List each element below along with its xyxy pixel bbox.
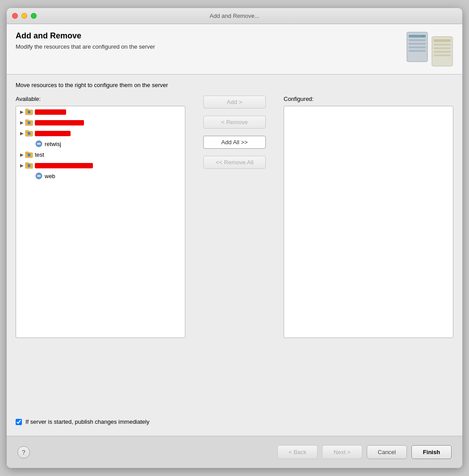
list-item[interactable]: ▶ [16, 106, 185, 117]
svg-point-29 [28, 164, 30, 167]
folder-icon [25, 161, 33, 169]
help-button[interactable]: ? [17, 446, 30, 459]
server-icon-left [406, 31, 428, 63]
svg-point-6 [422, 35, 424, 38]
footer: ? < Back Next > Cancel Finish [7, 436, 462, 468]
instruction-text: Move resources to the right to configure… [16, 82, 453, 88]
list-item[interactable]: ▶ [16, 128, 185, 138]
expand-arrow-icon[interactable]: ▶ [19, 119, 25, 125]
publish-checkbox-area: If server is started, publish changes im… [16, 413, 453, 429]
remove-button[interactable]: < Remove [203, 116, 266, 129]
maximize-button[interactable] [31, 13, 37, 19]
page-subtitle: Modify the resources that are configured… [16, 43, 155, 50]
finish-button[interactable]: Finish [411, 445, 452, 459]
list-item[interactable]: ▶ [16, 160, 185, 171]
configured-section: Configured: [284, 96, 453, 338]
folder-icon [25, 129, 33, 137]
main-window: Add and Remove... Add and Remove Modify … [7, 8, 462, 468]
svg-rect-28 [25, 163, 29, 164]
svg-rect-4 [409, 46, 426, 48]
add-all-button[interactable]: Add All >> [203, 136, 266, 149]
available-list[interactable]: ▶ ▶ [16, 106, 185, 338]
expand-arrow-icon[interactable]: ▶ [19, 130, 25, 136]
list-item[interactable]: ▶ [16, 117, 185, 128]
svg-rect-12 [434, 54, 451, 56]
svg-rect-17 [25, 120, 29, 121]
window-title: Add and Remove... [209, 13, 259, 19]
spacer [29, 173, 35, 179]
list-item[interactable]: retwisj [16, 138, 185, 149]
svg-rect-20 [25, 130, 29, 132]
configured-label: Configured: [284, 96, 453, 102]
expand-arrow-icon[interactable]: ▶ [19, 151, 25, 158]
configured-list[interactable] [284, 106, 453, 338]
back-button[interactable]: < Back [277, 445, 318, 459]
main-content: Move resources to the right to configure… [7, 75, 462, 436]
publish-checkbox[interactable] [16, 419, 22, 425]
header-section: Add and Remove Modify the resources that… [7, 24, 462, 75]
svg-rect-10 [434, 47, 451, 49]
folder-icon [25, 150, 33, 159]
expand-arrow-icon[interactable]: ▶ [19, 162, 25, 168]
page-title: Add and Remove [16, 31, 155, 41]
svg-rect-23 [37, 143, 41, 145]
svg-rect-5 [409, 50, 426, 52]
item-label: retwisj [45, 141, 61, 147]
server-icon-right [431, 36, 453, 67]
svg-rect-31 [37, 175, 41, 177]
svg-point-26 [28, 154, 30, 156]
next-button[interactable]: Next > [322, 445, 362, 459]
item-label: test [35, 151, 44, 158]
item-label [35, 130, 71, 137]
close-button[interactable] [12, 13, 18, 19]
help-area: ? [17, 446, 30, 459]
list-item[interactable]: ▶ test [16, 149, 185, 160]
item-label [35, 119, 84, 126]
svg-point-18 [28, 121, 30, 124]
add-button[interactable]: Add > [203, 96, 266, 109]
minimize-button[interactable] [21, 13, 27, 19]
svg-rect-11 [434, 51, 451, 53]
svg-rect-25 [25, 152, 29, 154]
available-section: Available: ▶ [16, 96, 185, 338]
svg-rect-9 [434, 44, 451, 46]
action-buttons: < Back Next > Cancel Finish [277, 445, 452, 459]
svg-rect-8 [434, 39, 451, 42]
item-label [35, 162, 93, 169]
available-label: Available: [16, 96, 185, 102]
remove-all-button[interactable]: << Remove All [203, 156, 266, 169]
module-icon [35, 172, 43, 180]
cancel-button[interactable]: Cancel [367, 445, 407, 459]
folder-icon [25, 118, 33, 126]
header-text: Add and Remove Modify the resources that… [16, 31, 155, 50]
svg-point-15 [28, 111, 30, 113]
folder-icon [25, 108, 33, 116]
svg-rect-2 [409, 39, 426, 41]
expand-arrow-icon[interactable]: ▶ [19, 109, 25, 115]
spacer [29, 141, 35, 147]
title-bar: Add and Remove... [7, 8, 462, 24]
list-item[interactable]: web [16, 171, 185, 181]
item-label [35, 109, 66, 115]
svg-point-21 [28, 132, 30, 135]
item-label: web [45, 173, 55, 180]
publish-checkbox-label[interactable]: If server is started, publish changes im… [25, 418, 149, 425]
module-icon [35, 140, 43, 148]
svg-rect-3 [409, 43, 426, 45]
header-icon [406, 31, 453, 67]
transfer-buttons: Add > < Remove Add All >> << Remove All [185, 96, 284, 169]
window-controls [12, 13, 37, 19]
svg-rect-14 [25, 109, 29, 111]
